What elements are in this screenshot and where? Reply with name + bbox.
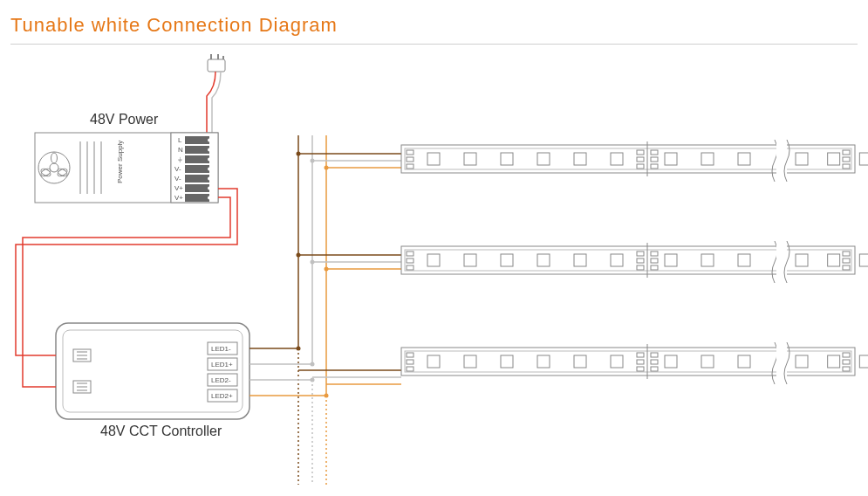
svg-rect-30 — [185, 194, 209, 202]
svg-point-64 — [325, 166, 329, 170]
svg-text:V-: V- — [174, 165, 181, 173]
svg-point-23 — [208, 158, 211, 162]
svg-point-21 — [208, 148, 211, 152]
svg-point-61 — [311, 260, 315, 265]
svg-point-19 — [208, 139, 211, 142]
ac-plug-icon — [208, 54, 225, 72]
power-supply: Power Supply L N ⏚ V- V- V+ V+ — [35, 133, 218, 203]
svg-rect-18 — [185, 136, 209, 144]
svg-text:V+: V+ — [174, 194, 183, 202]
led-strip — [401, 239, 868, 283]
bus-brown — [249, 135, 298, 348]
svg-rect-28 — [185, 184, 209, 192]
svg-rect-22 — [185, 155, 209, 163]
bus-orange — [249, 135, 326, 396]
svg-rect-91 — [859, 153, 868, 165]
svg-point-27 — [208, 177, 211, 181]
psu-terminals — [185, 136, 211, 202]
bus-grey-1 — [249, 135, 312, 364]
cct-controller: LED1- LED1+ LED2- LED2+ — [56, 323, 249, 419]
svg-point-29 — [208, 187, 211, 190]
svg-point-57 — [297, 152, 301, 156]
svg-point-58 — [297, 253, 301, 258]
svg-rect-24 — [185, 165, 209, 173]
diagram-canvas: Power Supply L N ⏚ V- V- V+ V+ — [0, 0, 868, 496]
svg-point-63 — [311, 378, 315, 382]
svg-rect-0 — [208, 59, 225, 72]
svg-rect-39 — [56, 323, 249, 419]
svg-rect-26 — [185, 175, 209, 183]
svg-rect-119 — [859, 254, 868, 266]
svg-point-65 — [325, 267, 329, 272]
svg-text:LED1-: LED1- — [211, 345, 231, 353]
led-strip — [401, 138, 868, 182]
svg-text:LED2+: LED2+ — [211, 392, 233, 400]
svg-point-31 — [208, 196, 211, 200]
svg-text:L: L — [178, 136, 182, 144]
svg-text:LED2-: LED2- — [211, 376, 231, 384]
svg-point-25 — [208, 168, 211, 171]
svg-rect-116 — [776, 239, 787, 281]
wire-ac-live — [207, 72, 215, 133]
svg-text:V+: V+ — [174, 184, 183, 192]
svg-text:⏚: ⏚ — [178, 155, 182, 163]
svg-rect-88 — [776, 138, 787, 180]
svg-rect-20 — [185, 146, 209, 154]
wire-ac-neutral — [212, 72, 221, 133]
svg-text:N: N — [178, 146, 183, 154]
led-strip — [401, 341, 868, 384]
svg-text:LED1+: LED1+ — [211, 361, 233, 369]
svg-point-59 — [297, 347, 301, 351]
svg-point-62 — [311, 362, 315, 367]
psu-text: Power Supply — [116, 141, 124, 183]
svg-text:V-: V- — [174, 175, 181, 183]
svg-rect-147 — [859, 355, 868, 368]
svg-point-60 — [311, 159, 315, 163]
svg-point-66 — [325, 394, 329, 398]
svg-rect-144 — [776, 341, 787, 382]
